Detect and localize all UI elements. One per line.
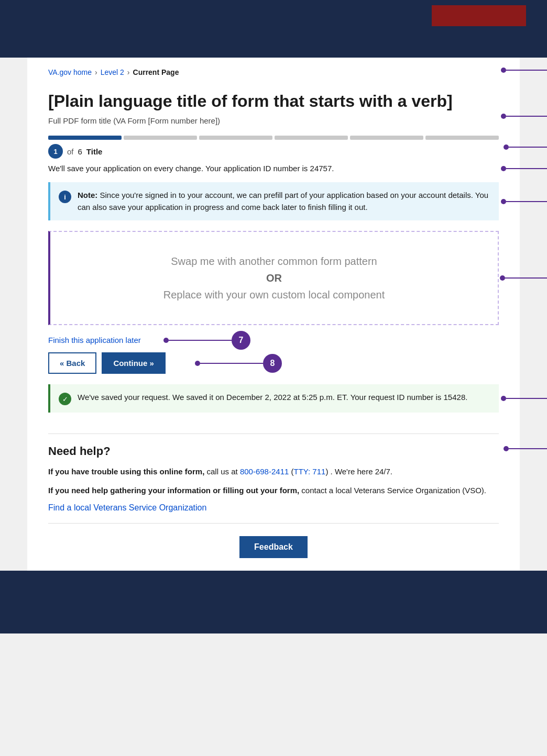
- annotation-dot-3: [504, 144, 509, 150]
- info-note-text: Since you're signed in to your account, …: [78, 191, 488, 212]
- breadcrumb: VA.gov home › Level 2 › Current Page 1: [48, 58, 499, 83]
- form-title-section: [Plain language title of form that start…: [48, 91, 499, 111]
- success-text: We've saved your request. We saved it on…: [78, 392, 467, 404]
- annotation-dot-4: [501, 166, 506, 171]
- help-section: Need help? If you have trouble using thi…: [48, 433, 499, 513]
- progress-seg-4: [275, 136, 348, 140]
- step-badge: 1: [48, 144, 63, 159]
- annotation-dot-7: [163, 338, 169, 343]
- section-title: Title: [86, 147, 103, 156]
- breadcrumb-level2[interactable]: Level 2: [101, 68, 124, 76]
- breadcrumb-current: Current Page: [133, 68, 179, 76]
- help-trouble-text: If you have trouble using this online fo…: [48, 465, 499, 478]
- help-title: Need help?: [48, 444, 499, 458]
- breadcrumb-sep1: ›: [95, 68, 97, 76]
- progress-seg-5: [350, 136, 423, 140]
- help-gather-label: If you need help gathering your informat…: [48, 486, 299, 495]
- help-phone[interactable]: 800-698-2411: [240, 467, 289, 476]
- annotation-line-6: [505, 277, 547, 279]
- form-pdf-title: Full PDF form title (VA Form [Form numbe…: [48, 116, 499, 125]
- save-message: We'll save your application on every cha…: [48, 164, 499, 173]
- step-total: 6: [78, 147, 82, 156]
- annotation-line-8: [200, 363, 263, 364]
- vso-link[interactable]: Find a local Veterans Service Organizati…: [48, 503, 499, 513]
- annotation-line-2: [506, 116, 547, 117]
- main-navigation: [0, 31, 547, 58]
- annotation-bubble-7: 7: [232, 331, 250, 350]
- help-tty[interactable]: TTY: 711: [294, 467, 326, 476]
- help-hours: . We're here 24/7.: [331, 467, 392, 476]
- annotation-line-7: [169, 340, 232, 341]
- info-icon: i: [59, 191, 71, 203]
- progress-seg-1: [48, 136, 122, 140]
- annotation-line-4: [506, 168, 547, 169]
- annotation-line-1: [506, 70, 547, 71]
- annotation-line-3: [509, 147, 547, 148]
- top-header: [0, 0, 547, 31]
- form-main-title: [Plain language title of form that start…: [48, 91, 499, 111]
- help-gather-desc: contact a local Veterans Service Organiz…: [301, 486, 486, 495]
- progress-label: 1 of 6 Title: [48, 144, 499, 159]
- form-placeholder: Swap me with another common form pattern…: [48, 231, 499, 325]
- annotation-dot-9: [501, 396, 506, 401]
- finish-later-link[interactable]: Finish this application later: [48, 336, 141, 344]
- info-note-label: Note:: [78, 191, 97, 199]
- help-call-text: call us at: [207, 467, 240, 476]
- page-content: VA.gov home › Level 2 › Current Page 1 […: [27, 58, 520, 571]
- annotation-dot-5: [501, 199, 506, 204]
- help-tty-wrapper: (TTY: 711): [291, 467, 329, 476]
- nav-buttons: « Back Continue » 8: [48, 352, 499, 374]
- feedback-section: Feedback: [48, 523, 499, 571]
- success-icon: ✓: [59, 393, 71, 405]
- annotation-bubble-8: 8: [263, 354, 282, 373]
- save-message-text: We'll save your application on every cha…: [48, 164, 499, 173]
- info-box: i Note: Since you're signed in to your a…: [48, 182, 499, 220]
- step-of-text: of: [67, 147, 74, 156]
- back-button[interactable]: « Back: [48, 352, 96, 374]
- annotation-dot-8: [195, 361, 200, 366]
- help-trouble-label: If you have trouble using this online fo…: [48, 467, 204, 476]
- feedback-button[interactable]: Feedback: [239, 536, 308, 558]
- progress-seg-6: [425, 136, 499, 140]
- help-gather-text: If you need help gathering your informat…: [48, 484, 499, 497]
- progress-section: 1 of 6 Title 3: [48, 136, 499, 159]
- annotation-dot-2: [501, 114, 506, 119]
- progress-seg-3: [199, 136, 272, 140]
- annotation-dot-6: [500, 275, 505, 281]
- annotation-line-5: [506, 201, 547, 202]
- annotation-dot-1: [501, 68, 506, 73]
- top-header-red-bar: [432, 5, 526, 26]
- annotation-line-10: [509, 448, 547, 449]
- annotation-dot-10: [504, 446, 509, 451]
- placeholder-or: OR: [61, 270, 487, 286]
- success-alert: ✓ We've saved your request. We saved it …: [48, 384, 499, 413]
- breadcrumb-sep2: ›: [127, 68, 130, 76]
- info-box-text: Note: Since you're signed in to your acc…: [78, 190, 490, 213]
- breadcrumb-home[interactable]: VA.gov home: [48, 68, 92, 76]
- continue-button[interactable]: Continue »: [102, 352, 166, 374]
- placeholder-line1: Swap me with another common form pattern: [61, 253, 487, 270]
- annotation-line-9: [506, 398, 547, 399]
- progress-seg-2: [124, 136, 197, 140]
- progress-bar: [48, 136, 499, 140]
- page-footer: [0, 571, 547, 633]
- placeholder-line2: Replace with your own custom local compo…: [61, 286, 487, 303]
- finish-later-section: Finish this application later 7: [48, 336, 141, 345]
